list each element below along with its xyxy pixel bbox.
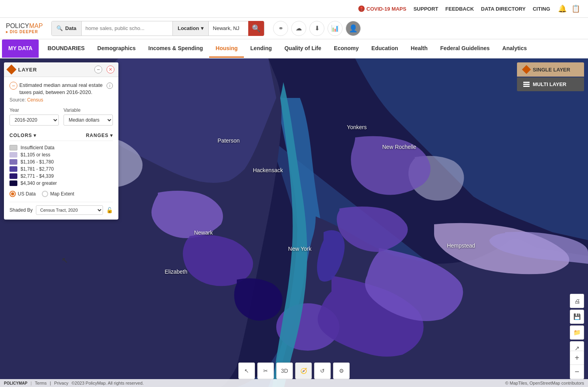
layer-controls: Year 2016-2020 Variable Median dollars (9, 107, 113, 126)
layer-mode-panel: SINGLE LAYER MULTI LAYER (517, 62, 584, 91)
variable-label: Variable (64, 107, 113, 113)
legend-label-5: $4,340 or greater (21, 180, 57, 186)
3d-button[interactable]: 3D (276, 363, 293, 379)
legend-item-1: $1,105 or less (9, 152, 113, 158)
layer-description-text: Estimated median annual real estate taxe… (19, 82, 105, 96)
nav-lending[interactable]: Lending (244, 39, 278, 58)
search-tab-label: Data (65, 25, 76, 31)
ranges-label[interactable]: RANGES (61, 130, 113, 141)
nav-incomes[interactable]: Incomes & Spending (142, 39, 209, 58)
shaded-by-label: Shaded By (9, 207, 33, 213)
feedback-link[interactable]: FEEDBACK (446, 6, 474, 12)
footer-sep-1: | (30, 381, 32, 385)
legend-label-2: $1,106 - $1,780 (21, 159, 54, 165)
top-bar-links: 📍 COVID-19 MAPS SUPPORT FEEDBACK DATA DI… (358, 6, 550, 12)
legend-swatch-2 (9, 159, 17, 165)
shaded-by-select[interactable]: Census Tract, 2020 (36, 205, 103, 215)
radio-group: US Data Map Extent (9, 191, 113, 197)
radio-map-extent-circle (42, 191, 48, 197)
info-icon[interactable]: i (107, 83, 113, 89)
layer-body: − Estimated median annual real estate ta… (4, 77, 118, 220)
year-select[interactable]: 2016-2020 (9, 115, 59, 126)
legend-swatch-insufficient (9, 145, 17, 150)
multi-layer-button[interactable]: MULTI LAYER (517, 77, 584, 91)
zoom-in-button[interactable]: + (570, 351, 584, 365)
nav-housing[interactable]: Housing (209, 39, 244, 58)
legend-item-3: $1,781 - $2,770 (9, 166, 113, 172)
covid-label: COVID-19 MAPS (367, 6, 406, 12)
footer-terms[interactable]: Terms (35, 381, 47, 385)
legend-item-0: Insufficient Data (9, 145, 113, 150)
nav-boundaries[interactable]: BOUNDARIES (41, 39, 91, 58)
data-directory-link[interactable]: DATA DIRECTORY (481, 6, 526, 12)
folder-button[interactable]: 📁 (570, 325, 584, 340)
logo-map: MAP (29, 23, 43, 29)
legend-swatch-4 (9, 173, 17, 179)
location-tab[interactable]: Location ▾ (172, 21, 209, 36)
nav-quality-of-life[interactable]: Quality of Life (278, 39, 328, 58)
scissors-button[interactable]: ✂ (257, 363, 274, 379)
settings-button[interactable]: ⚙ (333, 363, 350, 379)
radio-us-data[interactable]: US Data (9, 191, 36, 197)
legend-label-4: $2,771 - $4,339 (21, 173, 54, 179)
network-button[interactable]: ⚭ (273, 21, 288, 36)
nav-bar: MY DATA BOUNDARIES Demographics Incomes … (0, 39, 588, 58)
legend-swatch-3 (9, 166, 17, 172)
layer-panel: LAYER − ✕ − Estimated median annual real… (4, 62, 118, 220)
logo[interactable]: POLICYMAP ▸ DIG DEEPER (6, 23, 43, 34)
bookmark-button[interactable]: 📋 (571, 4, 580, 13)
multi-layer-label: MULTI LAYER (533, 81, 566, 87)
lock-icon[interactable]: 🔓 (106, 207, 113, 213)
logo-policy: POLICY (6, 23, 29, 29)
download-button[interactable]: ⬇ (309, 21, 324, 36)
map-controls-right: 🖨 💾 📁 ↗ (570, 294, 584, 355)
single-layer-label: SINGLE LAYER (533, 67, 570, 73)
nav-my-data[interactable]: MY DATA (2, 39, 39, 58)
citing-link[interactable]: CITING (533, 6, 550, 12)
nav-education[interactable]: Education (365, 39, 404, 58)
footer-copyright: ©2023 PolicyMap. All rights reserved. (71, 381, 144, 385)
multi-layer-icon (523, 82, 530, 87)
notifications-button[interactable]: 🔔 (558, 4, 567, 13)
compass-button[interactable]: 🧭 (295, 363, 312, 379)
colors-ranges-header: COLORS RANGES (9, 130, 113, 141)
zoom-out-button[interactable]: − (570, 365, 584, 379)
nav-health[interactable]: Health (404, 39, 434, 58)
variable-control: Variable Median dollars (64, 107, 113, 126)
variable-select[interactable]: Median dollars (64, 115, 113, 126)
search-data-tab[interactable]: 🔍 Data (52, 21, 81, 36)
legend-swatch-5 (9, 180, 17, 186)
search-submit-icon: 🔍 (252, 24, 260, 33)
nav-demographics[interactable]: Demographics (91, 39, 142, 58)
legend-label-1: $1,105 or less (21, 152, 50, 158)
chart-button[interactable]: 📊 (328, 21, 343, 36)
upload-button[interactable]: ☁ (291, 21, 306, 36)
zoom-controls: + − (570, 351, 584, 379)
location-value[interactable]: Newark, NJ (209, 21, 248, 36)
colors-label[interactable]: COLORS (9, 130, 61, 141)
search-button[interactable]: 🔍 (248, 21, 264, 36)
footer-privacy[interactable]: Privacy (54, 381, 68, 385)
source-prefix: Source: (9, 97, 26, 103)
select-button[interactable]: ↖ (238, 363, 255, 379)
layer-close-button[interactable]: ✕ (107, 66, 114, 73)
covid-maps-link[interactable]: 📍 COVID-19 MAPS (358, 6, 406, 12)
layer-remove-button[interactable]: − (9, 82, 17, 90)
single-layer-button[interactable]: SINGLE LAYER (517, 62, 584, 77)
header-action-buttons: ⚭ ☁ ⬇ 📊 👤 (273, 21, 361, 36)
layer-minimize-button[interactable]: − (94, 66, 102, 73)
radio-map-extent[interactable]: Map Extent (42, 191, 74, 197)
layer-header: LAYER − ✕ (4, 62, 118, 77)
reset-button[interactable]: ↺ (314, 363, 331, 379)
user-avatar[interactable]: 👤 (346, 21, 361, 36)
single-layer-icon (522, 65, 531, 74)
print-button[interactable]: 🖨 (570, 294, 584, 308)
year-label: Year (9, 107, 59, 113)
nav-economy[interactable]: Economy (328, 39, 365, 58)
search-input[interactable] (82, 25, 173, 31)
nav-analytics[interactable]: Analytics (496, 39, 533, 58)
save-button[interactable]: 💾 (570, 310, 584, 324)
source-link[interactable]: Census (27, 97, 43, 103)
support-link[interactable]: SUPPORT (414, 6, 438, 12)
nav-federal-guidelines[interactable]: Federal Guidelines (434, 39, 496, 58)
